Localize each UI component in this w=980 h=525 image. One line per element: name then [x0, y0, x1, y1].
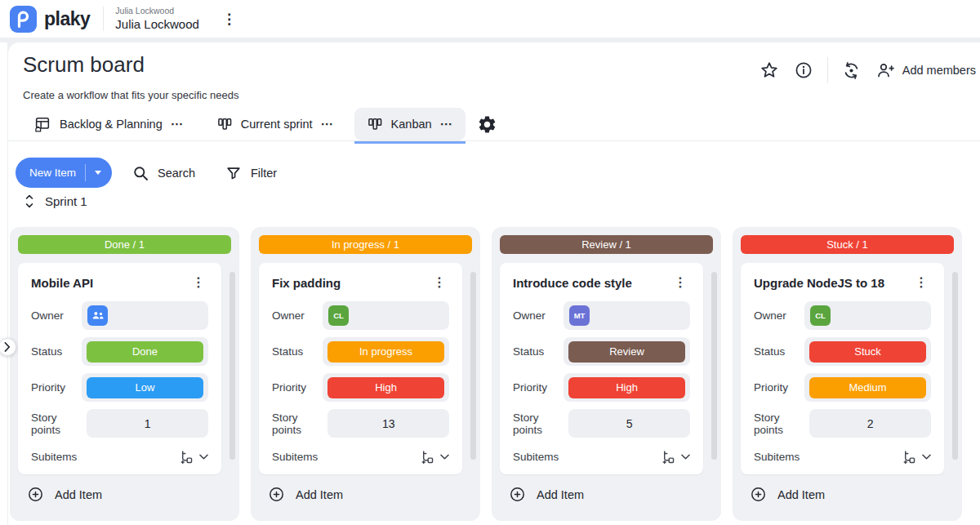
status-pill[interactable]: Review	[568, 341, 685, 363]
card-title: Introduce code style	[513, 276, 632, 290]
collapsed-sidebar[interactable]	[0, 42, 7, 525]
table-home-icon	[33, 115, 51, 134]
tab-kanban[interactable]: Kanban ⋯	[354, 108, 466, 140]
subitems-toggle[interactable]	[902, 449, 931, 465]
priority-pill[interactable]: Medium	[809, 377, 926, 398]
priority-pill[interactable]: High	[327, 377, 444, 398]
workspace-menu-button[interactable]: ⋮	[217, 7, 241, 31]
kanban-card[interactable]: Mobile API ⋮ Owner	[18, 263, 221, 474]
chevron-down-icon	[922, 454, 931, 460]
workspace-switcher[interactable]: Julia Lockwood Julia Lockwood	[115, 6, 199, 32]
subitems-toggle[interactable]	[179, 449, 208, 465]
tab-more-icon[interactable]: ⋯	[440, 117, 453, 131]
board-info-button[interactable]	[790, 56, 817, 84]
page-subtitle: Create a workflow that fits your specifi…	[23, 89, 238, 101]
priority-field[interactable]: High	[564, 373, 690, 402]
story-points-field[interactable]: 5	[568, 409, 690, 438]
add-item-label: Add Item	[537, 488, 584, 501]
tab-backlog-planning[interactable]: Backlog & Planning ⋯	[21, 108, 196, 140]
owner-field[interactable]	[82, 301, 208, 330]
add-item-button[interactable]: Add Item	[750, 486, 954, 503]
owner-field[interactable]: CL	[804, 301, 931, 330]
board-actions: Add members	[755, 56, 978, 84]
column-header[interactable]: Done / 1	[18, 235, 231, 254]
sprint-label: Sprint 1	[45, 194, 87, 208]
priority-pill[interactable]: High	[568, 377, 685, 398]
sprint-group-header[interactable]: Sprint 1	[25, 194, 87, 208]
card-menu-button[interactable]: ⋮	[189, 274, 208, 291]
favorite-button[interactable]	[755, 56, 783, 84]
plus-circle-icon	[750, 486, 767, 503]
subitems-toggle[interactable]	[420, 449, 449, 465]
owner-avatar[interactable]: CL	[328, 305, 349, 326]
tab-more-icon[interactable]: ⋯	[321, 117, 334, 131]
column-header[interactable]: Stuck / 1	[741, 235, 954, 254]
priority-field[interactable]: High	[323, 373, 449, 402]
owner-avatar[interactable]: MT	[569, 305, 590, 326]
status-field[interactable]: Review	[564, 337, 690, 366]
new-item-button[interactable]: New Item	[16, 158, 112, 188]
owner-avatar[interactable]: CL	[810, 305, 831, 326]
add-item-button[interactable]: Add Item	[268, 486, 472, 503]
column-scrollbar[interactable]	[470, 272, 476, 460]
story-points-label: Story points	[272, 412, 327, 436]
subitems-tree-icon	[902, 449, 916, 465]
kanban-column-stuck: Stuck / 1 Upgrade NodeJS to 18 ⋮ Owner C…	[733, 227, 962, 521]
add-item-button[interactable]: Add Item	[27, 486, 231, 503]
status-label: Status	[513, 345, 544, 358]
add-members-button[interactable]: Add members	[875, 60, 978, 80]
search-button[interactable]: Search	[132, 165, 195, 181]
kanban-card[interactable]: Fix padding ⋮ Owner CL Status In progres…	[259, 263, 462, 474]
column-scrollbar[interactable]	[952, 272, 958, 460]
new-item-dropdown-button[interactable]	[86, 171, 112, 175]
priority-pill[interactable]: Low	[87, 377, 203, 398]
owner-group-avatar[interactable]	[87, 305, 108, 326]
info-icon	[794, 60, 813, 80]
story-points-value: 2	[867, 417, 874, 430]
column-header[interactable]: In progress / 1	[259, 235, 472, 254]
status-label: Status	[272, 345, 303, 358]
add-item-button[interactable]: Add Item	[509, 486, 713, 503]
plaky-logo[interactable]	[10, 6, 37, 33]
owner-label: Owner	[754, 309, 786, 322]
status-field[interactable]: In progress	[323, 337, 449, 366]
chevron-right-icon	[4, 342, 11, 352]
status-pill[interactable]: Done	[87, 341, 203, 363]
kanban-card[interactable]: Upgrade NodeJS to 18 ⋮ Owner CL Status S…	[741, 263, 944, 474]
column-scrollbar[interactable]	[711, 272, 717, 460]
owner-field[interactable]: MT	[564, 301, 690, 330]
column-header[interactable]: Review / 1	[500, 235, 713, 254]
card-menu-button[interactable]: ⋮	[911, 274, 931, 291]
owner-field[interactable]: CL	[323, 301, 449, 330]
status-field[interactable]: Done	[82, 337, 208, 366]
story-points-field[interactable]: 1	[87, 409, 208, 438]
actions-divider	[827, 57, 828, 83]
tab-more-icon[interactable]: ⋯	[171, 117, 184, 131]
subitems-toggle[interactable]	[661, 449, 690, 465]
owner-label: Owner	[272, 309, 305, 322]
card-menu-button[interactable]: ⋮	[670, 274, 690, 291]
filter-button[interactable]: Filter	[225, 165, 277, 181]
status-field[interactable]: Stuck	[804, 337, 931, 366]
card-menu-button[interactable]: ⋮	[430, 274, 449, 291]
priority-field[interactable]: Low	[82, 373, 208, 402]
story-points-field[interactable]: 13	[327, 409, 449, 438]
column-scrollbar[interactable]	[229, 272, 235, 460]
kanban-card[interactable]: Introduce code style ⋮ Owner MT Status R…	[500, 263, 703, 474]
chevron-down-icon	[199, 454, 208, 460]
priority-field[interactable]: Medium	[804, 373, 931, 402]
add-members-label: Add members	[902, 64, 976, 77]
activity-log-button[interactable]	[838, 56, 866, 84]
kanban-column-review: Review / 1 Introduce code style ⋮ Owner …	[492, 227, 721, 521]
topbar-divider	[103, 7, 104, 31]
tab-current-sprint[interactable]: Current sprint ⋯	[204, 108, 346, 140]
filter-funnel-icon	[225, 165, 242, 181]
main-panel: Scrum board Create a workflow that fits …	[8, 42, 980, 525]
story-points-label: Story points	[31, 412, 87, 436]
story-points-field[interactable]: 2	[809, 409, 931, 438]
board-settings-button[interactable]	[477, 114, 497, 135]
status-pill[interactable]: In progress	[327, 341, 444, 363]
kanban-board: Done / 1 Mobile API ⋮ Owner	[10, 227, 962, 521]
page-title: Scrum board	[23, 52, 145, 78]
status-pill[interactable]: Stuck	[809, 341, 926, 363]
